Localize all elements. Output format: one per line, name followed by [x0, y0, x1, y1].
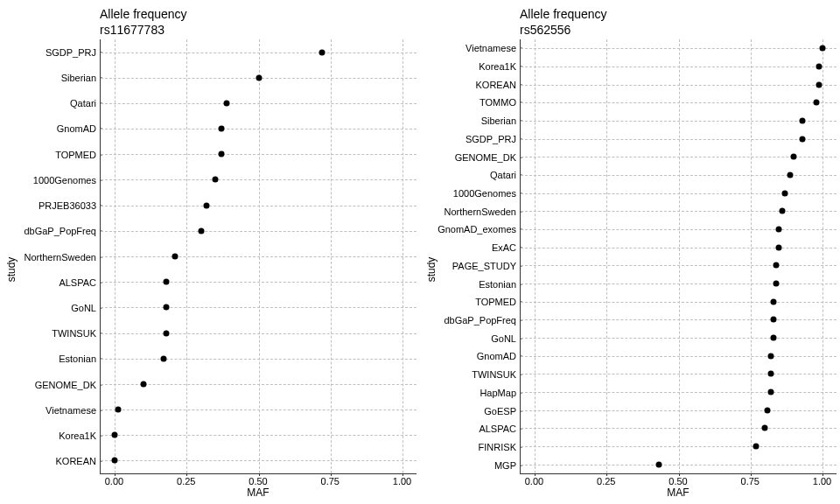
- data-point: [799, 118, 805, 124]
- data-point: [161, 355, 167, 361]
- data-point: [799, 136, 805, 142]
- y-tick-label: Vietnamese: [46, 405, 96, 416]
- y-tick-label: TWINSUK: [472, 369, 516, 380]
- y-tick-label: GnomAD_exomes: [438, 224, 516, 234]
- chart-panel-right: Allele frequency rs562556 study Vietname…: [420, 0, 840, 504]
- grid-line-vertical: [679, 39, 680, 473]
- y-tick-column: VietnameseKorea1KKOREANTOMMOSiberianSGDP…: [439, 39, 520, 474]
- data-point: [164, 279, 170, 285]
- grid-line-horizontal: [521, 410, 836, 411]
- y-tick-label: PAGE_STUDY: [452, 261, 516, 271]
- grid-line-horizontal: [521, 465, 836, 466]
- y-tick-label: GoNL: [491, 333, 516, 344]
- y-tick-label: SGDP_PRJ: [46, 47, 96, 58]
- data-point: [164, 304, 170, 311]
- grid-line-horizontal: [101, 179, 416, 180]
- grid-line-horizontal: [521, 265, 836, 266]
- grid-line-horizontal: [101, 282, 416, 283]
- y-tick-label: GENOME_DK: [35, 380, 96, 390]
- chart-area: [520, 39, 836, 474]
- grid-line-horizontal: [101, 410, 416, 410]
- grid-line-horizontal: [101, 307, 416, 308]
- grid-line-horizontal: [521, 193, 836, 194]
- y-tick-label: FINRISK: [479, 442, 516, 452]
- x-axis-label: MAF: [667, 486, 689, 499]
- y-tick-label: GoNL: [71, 303, 96, 313]
- y-tick-label: ALSPAC: [479, 424, 516, 434]
- chart-area: [100, 39, 416, 474]
- y-tick-label: Qatari: [490, 170, 516, 180]
- title-block: Allele frequency rs562556: [520, 7, 836, 38]
- grid-line-horizontal: [521, 446, 836, 447]
- x-tick-label: 1.00: [393, 476, 411, 486]
- x-axis: MAF 0.000.250.500.751.00: [100, 474, 416, 499]
- grid-line-horizontal: [521, 248, 836, 248]
- data-point: [770, 335, 776, 341]
- y-tick-label: TOMMO: [480, 97, 516, 108]
- grid-line-horizontal: [521, 102, 836, 103]
- data-point: [767, 371, 774, 377]
- grid-line-horizontal: [101, 256, 416, 257]
- data-point: [256, 74, 262, 80]
- y-tick-label: Qatari: [70, 98, 96, 108]
- data-point: [819, 46, 825, 52]
- y-axis-label: study: [424, 39, 439, 499]
- data-point: [204, 202, 210, 208]
- grid-line-vertical: [606, 39, 607, 473]
- data-point: [753, 444, 760, 450]
- y-tick-label: SGDP_PRJ: [466, 134, 516, 144]
- y-tick-label: 1000Genomes: [33, 175, 96, 186]
- grid-line-horizontal: [521, 48, 836, 49]
- data-point: [767, 389, 774, 396]
- y-tick-label: HapMap: [480, 388, 516, 398]
- grid-line-horizontal: [101, 129, 416, 130]
- grid-line-horizontal: [101, 103, 416, 104]
- data-point: [115, 407, 121, 413]
- y-tick-label: GnomAD: [477, 351, 516, 361]
- data-point: [218, 151, 224, 158]
- data-point: [765, 407, 771, 413]
- data-point: [172, 254, 178, 260]
- x-tick-label: 0.00: [105, 476, 123, 486]
- chart-title: Allele frequency: [520, 7, 836, 23]
- x-tick-label: 0.00: [525, 476, 543, 486]
- y-tick-label: GENOME_DK: [455, 152, 516, 163]
- y-tick-label: GnomAD: [57, 123, 96, 134]
- y-axis-label: study: [4, 39, 19, 499]
- y-tick-label: Vietnamese: [466, 43, 516, 53]
- data-point: [779, 208, 785, 214]
- data-point: [770, 317, 776, 323]
- grid-line-horizontal: [521, 139, 836, 140]
- y-tick-label: ExAC: [492, 242, 516, 253]
- data-point: [774, 262, 780, 269]
- data-point: [198, 228, 204, 234]
- data-point: [112, 458, 118, 464]
- data-point: [213, 177, 219, 183]
- data-point: [655, 461, 662, 467]
- grid-line-horizontal: [521, 338, 836, 339]
- grid-line-vertical: [751, 39, 752, 473]
- y-tick-label: PRJEB36033: [38, 200, 96, 211]
- chart-title: Allele frequency: [100, 7, 416, 23]
- data-point: [790, 154, 796, 160]
- grid-line-horizontal: [101, 435, 416, 436]
- data-point: [776, 227, 782, 233]
- y-tick-label: GoESP: [484, 406, 516, 416]
- y-tick-label: Siberian: [481, 116, 516, 126]
- data-point: [770, 298, 776, 304]
- x-tick-label: 0.75: [321, 476, 340, 486]
- data-point: [788, 172, 794, 178]
- x-tick-label: 0.50: [248, 476, 267, 486]
- data-point: [164, 330, 170, 336]
- data-point: [814, 100, 820, 106]
- grid-line-horizontal: [521, 66, 836, 67]
- y-tick-column: SGDP_PRJSiberianQatariGnomADTOPMED1000Ge…: [19, 39, 100, 474]
- y-tick-label: KOREAN: [476, 80, 516, 90]
- data-point: [774, 281, 780, 287]
- y-tick-label: Korea1K: [479, 61, 516, 72]
- grid-line-horizontal: [101, 359, 416, 360]
- grid-line-horizontal: [521, 374, 836, 374]
- data-point: [224, 100, 230, 106]
- grid-line-horizontal: [521, 392, 836, 393]
- title-block: Allele frequency rs11677783: [100, 7, 416, 38]
